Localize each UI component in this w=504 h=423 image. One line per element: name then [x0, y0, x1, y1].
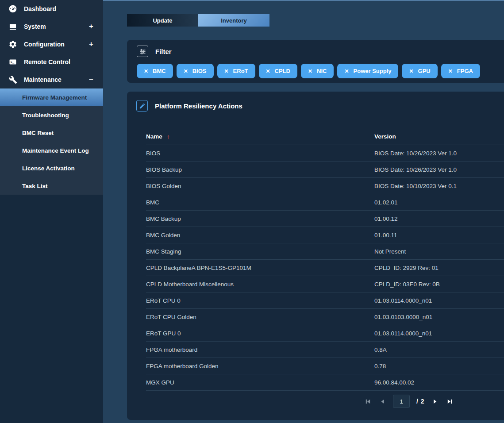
- cell-version: CPLD_ID: 03E0 Rev: 0B: [374, 281, 504, 288]
- table-body: BIOS BIOS Date: 10/26/2023 Ver 1.0 BIOS …: [146, 145, 504, 391]
- cell-name: BMC Golden: [146, 232, 374, 238]
- cell-version: 0.8A: [374, 346, 504, 353]
- sidebar-item-remote-control[interactable]: >_ Remote Control: [0, 53, 103, 71]
- svg-text:>_: >_: [11, 60, 15, 64]
- sidebar-item-configuration[interactable]: Configuration +: [0, 35, 103, 53]
- firmware-table: Name ↑ Version BIOS BIOS Date: 10/26/202…: [146, 128, 504, 391]
- filter-panel: Filter ✕ BMC ✕ BIOS ✕ ERoT ✕ CPLD ✕ NIC …: [127, 40, 504, 83]
- sidebar-item-label: Maintenance: [24, 76, 62, 83]
- submenu-item[interactable]: License Activation: [0, 159, 103, 177]
- chip-remove-icon[interactable]: ✕: [308, 68, 312, 74]
- table-row: BMC Staging Not Present: [146, 243, 504, 260]
- sliders-icon: [137, 46, 148, 57]
- main-content: Update Inventory Filter ✕: [103, 0, 504, 423]
- cell-version: CPLD_ID: 2929 Rev: 01: [374, 265, 504, 271]
- page-number-input[interactable]: [393, 395, 410, 408]
- sidebar-item-dashboard[interactable]: Dashboard: [0, 0, 103, 18]
- cell-name: ERoT GPU 0: [146, 330, 374, 337]
- table-row: ERoT CPU 0 01.03.0114.0000_n01: [146, 292, 504, 309]
- cell-version: 01.00.12: [374, 215, 504, 222]
- cell-version: 01.02.01: [374, 199, 504, 206]
- filter-chip[interactable]: ✕ GPU: [402, 64, 437, 78]
- table-row: CPLD Motherboard Miscellenous CPLD_ID: 0…: [146, 276, 504, 292]
- last-page-icon[interactable]: [446, 397, 454, 405]
- cell-name: ERoT CPU Golden: [146, 314, 374, 320]
- maintenance-submenu: Firmware Management Troubleshooting BMC …: [0, 88, 103, 195]
- submenu-item[interactable]: Firmware Management: [0, 88, 103, 106]
- submenu-item[interactable]: Maintenance Event Log: [0, 142, 103, 159]
- expand-plus-icon[interactable]: +: [89, 40, 93, 49]
- filter-chip[interactable]: ✕ NIC: [301, 64, 334, 78]
- chip-remove-icon[interactable]: ✕: [224, 68, 229, 74]
- table-row: BIOS Golden BIOS Date: 10/10/2023 Ver 0.…: [146, 178, 504, 194]
- submenu-item[interactable]: BMC Reset: [0, 124, 103, 142]
- platform-resiliency-panel: Platform Resiliency Actions Name ↑ Versi…: [127, 92, 504, 420]
- cell-version: BIOS Date: 10/26/2023 Ver 1.0: [374, 150, 504, 157]
- table-row: BIOS Backup BIOS Date: 10/26/2023 Ver 1.…: [146, 162, 504, 178]
- sidebar-item-system[interactable]: System +: [0, 18, 103, 35]
- chip-remove-icon[interactable]: ✕: [409, 68, 413, 74]
- filter-title: Filter: [155, 48, 172, 55]
- previous-page-icon[interactable]: [378, 397, 386, 405]
- cell-version: BIOS Date: 10/26/2023 Ver 1.0: [374, 166, 504, 173]
- tab-update[interactable]: Update: [127, 14, 198, 27]
- table-row: BMC 01.02.01: [146, 194, 504, 211]
- cell-name: BIOS: [146, 150, 374, 157]
- cell-version: 96.00.84.00.02: [374, 379, 504, 386]
- table-header-row: Name ↑ Version: [146, 128, 504, 145]
- collapse-minus-icon[interactable]: −: [89, 75, 93, 84]
- cell-version: 01.03.0114.0000_n01: [374, 297, 504, 304]
- expand-plus-icon[interactable]: +: [89, 22, 93, 31]
- table-row: BIOS BIOS Date: 10/26/2023 Ver 1.0: [146, 145, 504, 162]
- submenu-item[interactable]: Troubleshooting: [0, 106, 103, 124]
- sidebar-item-label: System: [24, 23, 46, 30]
- cell-name: BIOS Golden: [146, 183, 374, 189]
- sidebar-item-maintenance[interactable]: Maintenance −: [0, 71, 103, 88]
- chip-remove-icon[interactable]: ✕: [448, 68, 453, 74]
- column-header-version[interactable]: Version: [374, 133, 504, 140]
- cell-version: BIOS Date: 10/10/2023 Ver 0.1: [374, 183, 504, 189]
- wrench-icon: [8, 75, 18, 84]
- filter-chip[interactable]: ✕ FPGA: [441, 64, 480, 78]
- sidebar-filler: [0, 195, 103, 423]
- filter-chips: ✕ BMC ✕ BIOS ✕ ERoT ✕ CPLD ✕ NIC ✕ Power…: [137, 64, 480, 78]
- cell-name: BMC Backup: [146, 215, 374, 222]
- table-row: ERoT CPU Golden 01.03.0103.0000_n01: [146, 309, 504, 325]
- sidebar: Dashboard System + Configuration +: [0, 0, 103, 423]
- chip-remove-icon[interactable]: ✕: [344, 68, 349, 74]
- sort-ascending-icon[interactable]: ↑: [167, 133, 170, 140]
- cell-version: 0.78: [374, 363, 504, 369]
- cell-version: 01.03.0103.0000_n01: [374, 314, 504, 320]
- chip-remove-icon[interactable]: ✕: [184, 68, 188, 74]
- filter-chip[interactable]: ✕ BIOS: [177, 64, 214, 78]
- next-page-icon[interactable]: [431, 397, 439, 405]
- monitor-icon: [8, 22, 18, 31]
- panel-title: Platform Resiliency Actions: [155, 102, 242, 110]
- filter-chip[interactable]: ✕ Power Supply: [337, 64, 398, 78]
- sidebar-item-label: Remote Control: [24, 58, 70, 65]
- sidebar-item-label: Dashboard: [24, 5, 56, 12]
- table-row: BMC Golden 01.00.11: [146, 227, 504, 243]
- tab-inventory[interactable]: Inventory: [198, 14, 269, 27]
- pagination: / 2: [364, 394, 454, 408]
- column-header-name[interactable]: Name ↑: [146, 133, 374, 140]
- filter-chip[interactable]: ✕ CPLD: [259, 64, 297, 78]
- chip-remove-icon[interactable]: ✕: [144, 68, 148, 74]
- filter-chip[interactable]: ✕ BMC: [137, 64, 173, 78]
- page-total-label: / 2: [416, 398, 425, 405]
- table-row: FPGA motherboard 0.8A: [146, 342, 504, 358]
- submenu-item[interactable]: Task List: [0, 177, 103, 195]
- filter-chip[interactable]: ✕ ERoT: [217, 64, 255, 78]
- gear-icon: [8, 40, 18, 49]
- cell-name: BIOS Backup: [146, 166, 374, 173]
- app-root: Dashboard System + Configuration +: [0, 0, 504, 423]
- cell-name: FPGA motherboard: [146, 346, 374, 353]
- table-row: ERoT GPU 0 01.03.0114.0000_n01: [146, 325, 504, 342]
- first-page-icon[interactable]: [364, 397, 372, 405]
- chip-remove-icon[interactable]: ✕: [266, 68, 270, 74]
- tab-bar: Update Inventory: [127, 14, 269, 27]
- pencil-icon: [136, 100, 148, 112]
- terminal-icon: >_: [8, 58, 18, 66]
- filter-header: Filter: [127, 40, 504, 57]
- cell-name: ERoT CPU 0: [146, 297, 374, 304]
